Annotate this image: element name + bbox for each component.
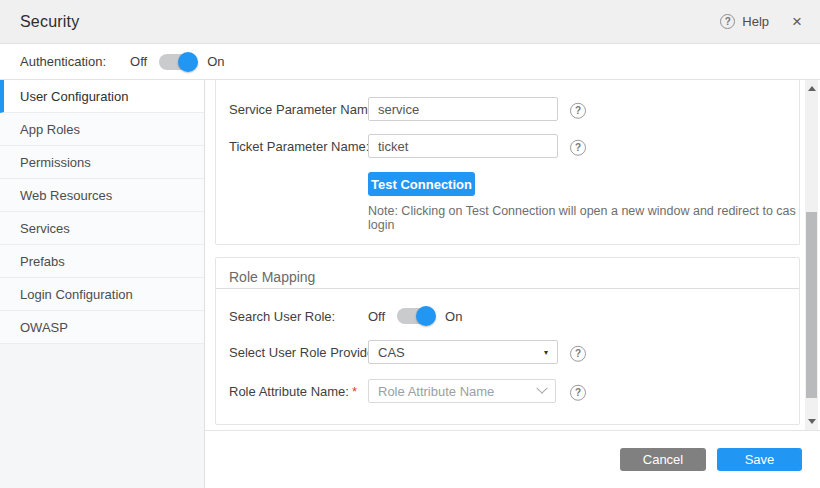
role-attribute-label: Role Attribute Name:* [229, 384, 357, 399]
authentication-on-label[interactable]: On [207, 54, 224, 69]
close-icon[interactable]: × [792, 13, 802, 30]
ticket-parameter-label: Ticket Parameter Name:* [229, 139, 377, 154]
search-user-role-label: Search User Role: [229, 309, 335, 324]
question-icon: ? [570, 384, 586, 400]
role-attribute-help[interactable]: ? [570, 382, 586, 401]
test-connection-button[interactable]: Test Connection [368, 172, 475, 196]
service-parameter-input[interactable] [368, 97, 558, 121]
search-user-role-off-label[interactable]: Off [368, 309, 385, 324]
ticket-parameter-help[interactable]: ? [570, 137, 586, 156]
footer-divider [205, 430, 820, 431]
question-icon: ? [570, 102, 586, 118]
chevron-down-icon [536, 383, 547, 394]
user-role-provider-label: Select User Role Provider: [229, 345, 382, 360]
role-attribute-label-text: Role Attribute Name: [229, 384, 349, 399]
user-role-provider-help[interactable]: ? [570, 343, 586, 362]
sidebar-item-app-roles[interactable]: App Roles [0, 113, 204, 146]
caret-down-icon: ▾ [544, 348, 548, 357]
page-title: Security [20, 13, 79, 31]
cas-parameters-card: Service Parameter Name:* ? Ticket Parame… [215, 80, 800, 245]
service-parameter-label: Service Parameter Name:* [229, 102, 387, 117]
authentication-label: Authentication: [20, 54, 106, 69]
sidebar-item-permissions[interactable]: Permissions [0, 146, 204, 179]
search-user-role-toggle[interactable] [397, 308, 433, 324]
authentication-row: Authentication: Off On [0, 44, 820, 80]
question-icon: ? [570, 139, 586, 155]
user-role-provider-select[interactable]: CAS ▾ [368, 340, 558, 364]
sidebar-item-login-configuration[interactable]: Login Configuration [0, 278, 204, 311]
scroll-down-arrow[interactable] [805, 415, 818, 428]
scroll-up-arrow[interactable] [805, 82, 818, 95]
toggle-knob [416, 306, 436, 326]
sidebar-item-user-configuration[interactable]: User Configuration [0, 80, 204, 113]
authentication-off-label[interactable]: Off [130, 54, 147, 69]
role-attribute-placeholder: Role Attribute Name [378, 384, 494, 399]
triangle-up-icon [808, 86, 816, 91]
toggle-knob [178, 52, 198, 72]
service-parameter-help[interactable]: ? [570, 100, 586, 119]
question-icon: ? [570, 345, 586, 361]
sidebar-item-prefabs[interactable]: Prefabs [0, 245, 204, 278]
sidebar: User Configuration App Roles Permissions… [0, 80, 205, 488]
ticket-parameter-input[interactable] [368, 134, 558, 158]
test-connection-note: Note: Clicking on Test Connection will o… [368, 204, 799, 232]
required-asterisk: * [352, 384, 357, 399]
role-mapping-title: Role Mapping [229, 269, 315, 285]
section-divider [216, 288, 799, 289]
main-content: Service Parameter Name:* ? Ticket Parame… [205, 80, 820, 488]
help-link[interactable]: Help [742, 14, 769, 29]
sidebar-item-services[interactable]: Services [0, 212, 204, 245]
role-mapping-card: Role Mapping Search User Role: Off On Se… [215, 257, 800, 425]
cancel-button[interactable]: Cancel [620, 448, 706, 471]
user-role-provider-value: CAS [378, 345, 405, 360]
security-dialog: Security ? Help × Authentication: Off On… [0, 0, 820, 488]
triangle-down-icon [808, 419, 816, 424]
title-bar: Security ? Help × [0, 0, 820, 44]
help-circle-icon[interactable]: ? [720, 14, 735, 29]
authentication-toggle[interactable] [159, 54, 195, 70]
ticket-parameter-label-text: Ticket Parameter Name: [229, 139, 369, 154]
service-parameter-label-text: Service Parameter Name: [229, 102, 379, 117]
scrollbar-thumb[interactable] [806, 212, 817, 398]
vertical-scrollbar[interactable] [805, 80, 818, 430]
search-user-role-on-label[interactable]: On [445, 309, 462, 324]
role-attribute-combobox[interactable]: Role Attribute Name [368, 379, 556, 403]
sidebar-item-owasp[interactable]: OWASP [0, 311, 204, 344]
sidebar-item-web-resources[interactable]: Web Resources [0, 179, 204, 212]
save-button[interactable]: Save [717, 448, 802, 471]
